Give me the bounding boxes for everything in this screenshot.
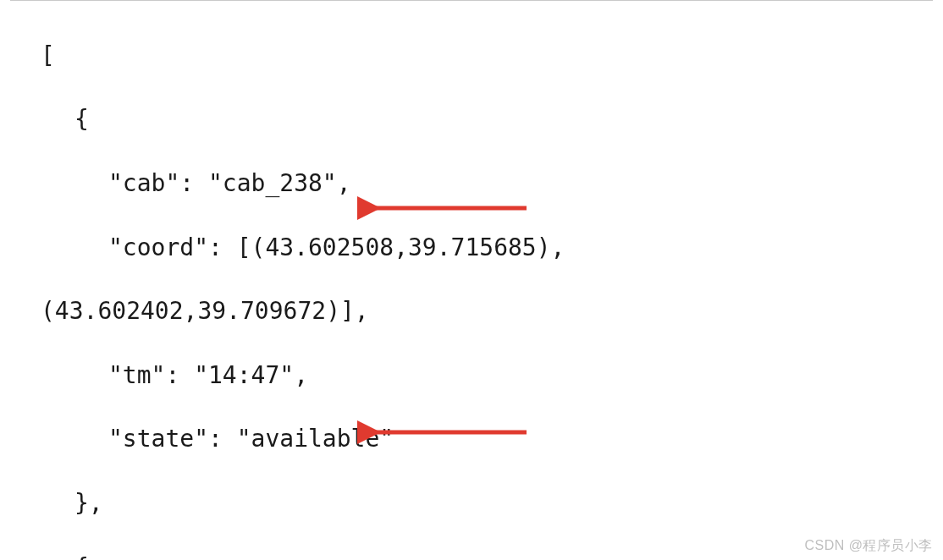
code-line: (43.602402,39.709672)], — [10, 295, 933, 327]
code-line: [ — [10, 40, 933, 72]
code-line: "cab": "cab_238", — [10, 167, 933, 200]
code-line: }, — [10, 487, 933, 519]
code-line: { — [10, 103, 933, 135]
code-line: "tm": "14:47", — [10, 360, 933, 392]
code-line: { — [10, 552, 933, 560]
code-line: "coord": [(43.602508,39.715685), — [10, 232, 933, 264]
watermark-text: CSDN @程序员小李 — [804, 536, 933, 555]
code-line: "state": "available" — [10, 423, 933, 455]
code-block: [ { "cab": "cab_238", "coord": [(43.6025… — [10, 0, 933, 560]
